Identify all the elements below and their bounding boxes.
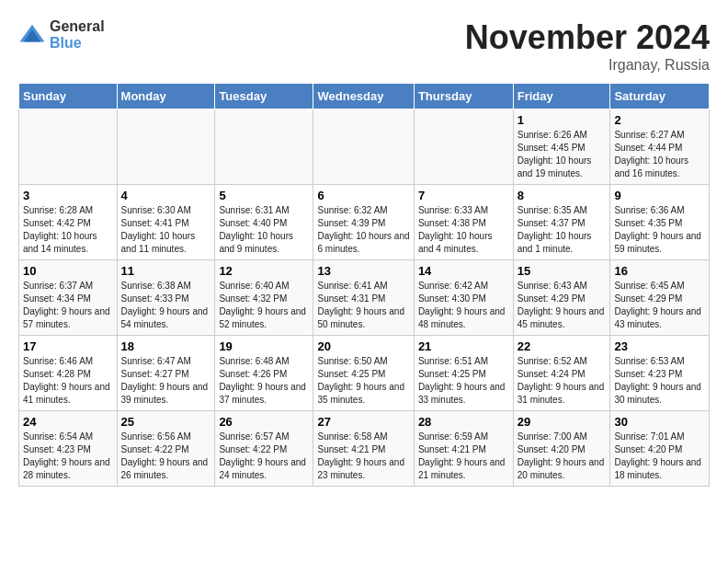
day-number: 27 [317, 415, 409, 429]
title-block: November 2024 Irganay, Russia [465, 18, 710, 74]
calendar-cell: 24Sunrise: 6:54 AM Sunset: 4:23 PM Dayli… [19, 411, 118, 487]
calendar-cell: 13Sunrise: 6:41 AM Sunset: 4:31 PM Dayli… [313, 260, 414, 336]
calendar-cell: 25Sunrise: 6:56 AM Sunset: 4:22 PM Dayli… [117, 411, 215, 487]
day-info: Sunrise: 6:57 AM Sunset: 4:22 PM Dayligh… [219, 431, 309, 482]
calendar-cell [19, 109, 118, 185]
day-info: Sunrise: 6:47 AM Sunset: 4:27 PM Dayligh… [121, 355, 211, 407]
calendar-cell: 5Sunrise: 6:31 AM Sunset: 4:40 PM Daylig… [215, 185, 313, 260]
day-number: 20 [317, 339, 409, 353]
day-info: Sunrise: 6:26 AM Sunset: 4:45 PM Dayligh… [518, 129, 607, 180]
day-info: Sunrise: 6:50 AM Sunset: 4:25 PM Dayligh… [317, 355, 409, 407]
day-number: 11 [121, 264, 211, 278]
day-info: Sunrise: 6:59 AM Sunset: 4:21 PM Dayligh… [418, 431, 509, 482]
calendar-cell [117, 109, 215, 185]
header-tuesday: Tuesday [215, 84, 313, 109]
day-info: Sunrise: 6:46 AM Sunset: 4:28 PM Dayligh… [23, 355, 113, 407]
day-number: 25 [121, 415, 211, 429]
calendar-cell: 27Sunrise: 6:58 AM Sunset: 4:21 PM Dayli… [313, 411, 414, 487]
calendar-cell: 30Sunrise: 7:01 AM Sunset: 4:20 PM Dayli… [610, 411, 710, 487]
day-info: Sunrise: 6:48 AM Sunset: 4:26 PM Dayligh… [219, 355, 309, 407]
day-number: 14 [418, 264, 509, 278]
month-title: November 2024 [465, 18, 710, 57]
header-wednesday: Wednesday [313, 84, 414, 109]
day-number: 17 [23, 339, 113, 353]
calendar-cell: 6Sunrise: 6:32 AM Sunset: 4:39 PM Daylig… [313, 185, 414, 260]
day-number: 7 [418, 189, 509, 202]
logo-general-text: General [50, 18, 105, 35]
logo-blue-text: Blue [50, 35, 105, 52]
header-saturday: Saturday [610, 84, 710, 109]
day-info: Sunrise: 6:45 AM Sunset: 4:29 PM Dayligh… [614, 280, 705, 331]
header-friday: Friday [513, 84, 610, 109]
header-sunday: Sunday [19, 84, 118, 109]
day-info: Sunrise: 6:43 AM Sunset: 4:29 PM Dayligh… [518, 280, 607, 331]
calendar-cell: 20Sunrise: 6:50 AM Sunset: 4:25 PM Dayli… [313, 336, 414, 411]
day-number: 29 [518, 415, 607, 429]
day-info: Sunrise: 6:36 AM Sunset: 4:35 PM Dayligh… [614, 204, 705, 256]
calendar-cell: 29Sunrise: 7:00 AM Sunset: 4:20 PM Dayli… [513, 411, 610, 487]
calendar-cell [414, 109, 513, 185]
logo-icon [18, 21, 46, 49]
day-info: Sunrise: 6:32 AM Sunset: 4:39 PM Dayligh… [317, 204, 409, 256]
calendar-cell: 10Sunrise: 6:37 AM Sunset: 4:34 PM Dayli… [19, 260, 118, 336]
day-info: Sunrise: 6:40 AM Sunset: 4:32 PM Dayligh… [219, 280, 309, 331]
day-info: Sunrise: 6:42 AM Sunset: 4:30 PM Dayligh… [418, 280, 509, 331]
logo: General Blue [18, 18, 105, 51]
calendar-cell: 17Sunrise: 6:46 AM Sunset: 4:28 PM Dayli… [19, 336, 118, 411]
header-monday: Monday [117, 84, 215, 109]
day-number: 13 [317, 264, 409, 278]
day-number: 3 [23, 189, 113, 202]
calendar-cell: 11Sunrise: 6:38 AM Sunset: 4:33 PM Dayli… [117, 260, 215, 336]
day-number: 26 [219, 415, 309, 429]
calendar-cell: 26Sunrise: 6:57 AM Sunset: 4:22 PM Dayli… [215, 411, 313, 487]
day-info: Sunrise: 6:51 AM Sunset: 4:25 PM Dayligh… [418, 355, 509, 407]
day-info: Sunrise: 7:00 AM Sunset: 4:20 PM Dayligh… [518, 431, 607, 482]
calendar-cell: 4Sunrise: 6:30 AM Sunset: 4:41 PM Daylig… [117, 185, 215, 260]
day-number: 22 [518, 339, 607, 353]
calendar-cell: 28Sunrise: 6:59 AM Sunset: 4:21 PM Dayli… [414, 411, 513, 487]
day-info: Sunrise: 6:54 AM Sunset: 4:23 PM Dayligh… [23, 431, 113, 482]
day-info: Sunrise: 6:52 AM Sunset: 4:24 PM Dayligh… [518, 355, 607, 407]
page-header: General Blue November 2024 Irganay, Russ… [18, 18, 710, 74]
calendar-cell: 12Sunrise: 6:40 AM Sunset: 4:32 PM Dayli… [215, 260, 313, 336]
day-info: Sunrise: 6:58 AM Sunset: 4:21 PM Dayligh… [317, 431, 409, 482]
calendar-cell: 2Sunrise: 6:27 AM Sunset: 4:44 PM Daylig… [610, 109, 710, 185]
day-info: Sunrise: 6:28 AM Sunset: 4:42 PM Dayligh… [23, 204, 113, 256]
day-info: Sunrise: 6:33 AM Sunset: 4:38 PM Dayligh… [418, 204, 509, 256]
calendar-cell [313, 109, 414, 185]
header-thursday: Thursday [414, 84, 513, 109]
day-number: 19 [219, 339, 309, 353]
calendar-cell: 21Sunrise: 6:51 AM Sunset: 4:25 PM Dayli… [414, 336, 513, 411]
day-info: Sunrise: 6:37 AM Sunset: 4:34 PM Dayligh… [23, 280, 113, 331]
calendar-cell: 15Sunrise: 6:43 AM Sunset: 4:29 PM Dayli… [513, 260, 610, 336]
day-info: Sunrise: 7:01 AM Sunset: 4:20 PM Dayligh… [614, 431, 705, 482]
day-info: Sunrise: 6:27 AM Sunset: 4:44 PM Dayligh… [614, 129, 705, 180]
calendar-table: SundayMondayTuesdayWednesdayThursdayFrid… [18, 83, 710, 487]
day-number: 4 [121, 189, 211, 202]
calendar-cell: 16Sunrise: 6:45 AM Sunset: 4:29 PM Dayli… [610, 260, 710, 336]
calendar-cell: 1Sunrise: 6:26 AM Sunset: 4:45 PM Daylig… [513, 109, 610, 185]
day-number: 6 [317, 189, 409, 202]
calendar-cell: 14Sunrise: 6:42 AM Sunset: 4:30 PM Dayli… [414, 260, 513, 336]
day-number: 18 [121, 339, 211, 353]
day-number: 15 [518, 264, 607, 278]
day-info: Sunrise: 6:56 AM Sunset: 4:22 PM Dayligh… [121, 431, 211, 482]
day-number: 16 [614, 264, 705, 278]
calendar-cell: 18Sunrise: 6:47 AM Sunset: 4:27 PM Dayli… [117, 336, 215, 411]
calendar-cell: 8Sunrise: 6:35 AM Sunset: 4:37 PM Daylig… [513, 185, 610, 260]
location: Irganay, Russia [465, 57, 710, 74]
calendar-cell: 23Sunrise: 6:53 AM Sunset: 4:23 PM Dayli… [610, 336, 710, 411]
calendar-cell: 3Sunrise: 6:28 AM Sunset: 4:42 PM Daylig… [19, 185, 118, 260]
calendar-header: SundayMondayTuesdayWednesdayThursdayFrid… [19, 84, 710, 109]
calendar-cell: 9Sunrise: 6:36 AM Sunset: 4:35 PM Daylig… [610, 185, 710, 260]
day-number: 23 [614, 339, 705, 353]
calendar-cell: 22Sunrise: 6:52 AM Sunset: 4:24 PM Dayli… [513, 336, 610, 411]
day-info: Sunrise: 6:41 AM Sunset: 4:31 PM Dayligh… [317, 280, 409, 331]
day-number: 8 [518, 189, 607, 202]
day-number: 5 [219, 189, 309, 202]
day-number: 9 [614, 189, 705, 202]
calendar-cell: 7Sunrise: 6:33 AM Sunset: 4:38 PM Daylig… [414, 185, 513, 260]
day-number: 12 [219, 264, 309, 278]
day-info: Sunrise: 6:53 AM Sunset: 4:23 PM Dayligh… [614, 355, 705, 407]
day-number: 21 [418, 339, 509, 353]
